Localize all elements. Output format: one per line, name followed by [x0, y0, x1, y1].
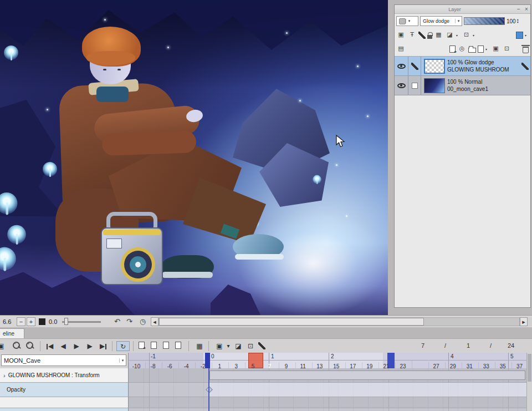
- track-label-next[interactable]: [0, 397, 129, 408]
- mask-enable-icon[interactable]: ◪: [445, 31, 454, 40]
- frame-cell[interactable]: 31: [462, 362, 477, 368]
- track-edit-icon[interactable]: ⊡: [245, 341, 256, 351]
- duplicate-layer-icon[interactable]: ▣: [491, 44, 500, 54]
- frame-cell[interactable]: 13: [312, 362, 327, 368]
- scroll-left-icon[interactable]: ◂: [151, 317, 158, 326]
- frame-ruler[interactable]: -1 0 1 2 4 5 -10 -8 -6 -4 -2 1 3 5 7 9 1…: [129, 353, 526, 368]
- specify-cel-icon[interactable]: [151, 342, 157, 349]
- track-area-transform[interactable]: [129, 368, 526, 383]
- layer-row-moon-cave[interactable]: 100 % Normal 00_moon_cave1: [395, 76, 530, 95]
- eye-icon[interactable]: [397, 64, 406, 69]
- undo-icon[interactable]: ↶: [114, 317, 120, 326]
- frame-cell[interactable]: 33: [478, 362, 493, 368]
- frame-cell[interactable]: 19: [362, 362, 377, 368]
- close-icon[interactable]: ×: [523, 6, 530, 12]
- scroll-right-icon[interactable]: ▸: [520, 317, 528, 326]
- go-to-end-button[interactable]: ▶: [98, 341, 109, 351]
- frame-cell[interactable]: 9: [279, 362, 294, 368]
- new-folder-icon[interactable]: [468, 48, 476, 53]
- frame-cell[interactable]: 29: [445, 362, 460, 368]
- merge-layer-icon[interactable]: ⊡: [502, 44, 511, 54]
- track-label-transform[interactable]: › GLOWING MUSHROOM : Transform: [0, 368, 129, 383]
- frame-cell[interactable]: -4: [178, 362, 193, 368]
- palette-combo[interactable]: ▾: [396, 16, 418, 26]
- frame-cell[interactable]: 15: [329, 362, 344, 368]
- delete-layer-icon[interactable]: [523, 47, 529, 53]
- batch-cel-icon[interactable]: [175, 342, 181, 349]
- editing-pencil-icon[interactable]: [411, 63, 418, 70]
- loop-play-button[interactable]: ↻: [116, 341, 130, 351]
- play-button[interactable]: ▶: [71, 341, 82, 351]
- draft-layer-icon[interactable]: [418, 32, 426, 39]
- spin-down-icon[interactable]: ▾: [517, 21, 519, 24]
- frame-cell[interactable]: 21: [378, 362, 393, 368]
- chevron-down-icon[interactable]: ▾: [525, 33, 529, 37]
- delete-cel-icon[interactable]: [163, 342, 169, 349]
- lock-transparent-icon[interactable]: ▦: [434, 31, 443, 40]
- timeline-zoom-in-icon[interactable]: +: [25, 341, 34, 350]
- new-vector-layer-icon[interactable]: ◎: [457, 44, 467, 54]
- frame-cell[interactable]: -8: [145, 362, 160, 368]
- chevron-down-icon[interactable]: ▾: [225, 341, 232, 351]
- cel-settings-icon[interactable]: ◪: [233, 341, 244, 351]
- frame-cell[interactable]: 5: [245, 362, 260, 368]
- scrollbar-thumb[interactable]: [159, 318, 424, 326]
- chevron-down-icon[interactable]: ▾: [485, 47, 489, 51]
- timeline-zoom-out-icon[interactable]: −: [12, 341, 21, 350]
- previous-frame-button[interactable]: ◀: [58, 341, 69, 351]
- layer-thumbnail[interactable]: [424, 78, 445, 93]
- layer-panel-titlebar[interactable]: Layer − ×: [395, 5, 530, 14]
- clip-at-layer-icon[interactable]: ▣: [396, 31, 406, 40]
- canvas-viewport[interactable]: [0, 0, 388, 315]
- frame-cell[interactable]: -6: [162, 362, 177, 368]
- frame-cell[interactable]: 3: [228, 362, 243, 368]
- fit-screen-button[interactable]: [39, 318, 45, 325]
- minimize-icon[interactable]: −: [515, 6, 523, 12]
- blend-mode-combo[interactable]: Glow dodge ▾: [420, 16, 462, 26]
- frame-cell[interactable]: 35: [495, 362, 510, 368]
- layer-list-menu-icon[interactable]: ▤: [396, 44, 406, 54]
- timeline-tab[interactable]: eline: [0, 328, 24, 338]
- track-area-next[interactable]: [129, 397, 526, 408]
- chevron-down-icon[interactable]: ▾: [473, 33, 477, 37]
- frame-cell[interactable]: 11: [295, 362, 310, 368]
- clip-duration-bar[interactable]: [209, 371, 525, 380]
- onion-skin-icon[interactable]: ▣: [214, 341, 225, 351]
- layer-thumbnail[interactable]: [424, 59, 445, 74]
- zoom-out-button[interactable]: −: [17, 317, 25, 326]
- timer-icon[interactable]: ◷: [140, 317, 146, 326]
- rotation-slider[interactable]: [62, 317, 101, 326]
- lightbox-icon[interactable]: ▦: [194, 341, 205, 351]
- current-frame-cell[interactable]: 7: [262, 362, 277, 368]
- clipped-tool-icon[interactable]: ▣: [0, 341, 7, 351]
- timeline-vertical-scrollbar[interactable]: [526, 353, 532, 411]
- frame-cell[interactable]: 1: [212, 362, 227, 368]
- new-raster-layer-icon[interactable]: +: [449, 45, 456, 53]
- eye-icon[interactable]: [397, 83, 406, 88]
- slider-thumb[interactable]: [64, 318, 68, 325]
- frame-cell[interactable]: 27: [428, 362, 443, 368]
- frame-cell[interactable]: [412, 360, 427, 368]
- scrollbar-thumb[interactable]: [528, 354, 531, 382]
- layer-checkbox[interactable]: [412, 83, 418, 89]
- horizontal-scrollbar[interactable]: [158, 317, 520, 326]
- pencil-tool-icon[interactable]: [258, 342, 265, 349]
- new-animation-cel-icon[interactable]: +: [139, 342, 145, 349]
- redo-icon[interactable]: ↷: [126, 317, 132, 326]
- opacity-spinner[interactable]: 100 ▴ ▾: [507, 18, 519, 24]
- frame-cell[interactable]: -2: [195, 362, 210, 368]
- go-to-start-button[interactable]: ◀: [44, 341, 55, 351]
- expand-chevron-icon[interactable]: ›: [3, 372, 6, 379]
- next-frame-button[interactable]: ▶: [84, 341, 95, 351]
- layer-color-swatch[interactable]: [516, 32, 523, 39]
- chevron-down-icon[interactable]: ▾: [456, 33, 460, 37]
- layer-row-glowing-mushroom[interactable]: 100 % Glow dodge GLOWING MUSHROOM: [395, 57, 530, 76]
- zoom-in-button[interactable]: +: [27, 317, 35, 326]
- frame-cell[interactable]: -10: [129, 362, 144, 368]
- opacity-gradient-bar[interactable]: [464, 17, 505, 25]
- clip-selector-combo[interactable]: MOON_Cave ▾: [1, 354, 126, 366]
- track-label-opacity[interactable]: Opacity: [0, 383, 129, 397]
- frame-cell[interactable]: 17: [345, 362, 360, 368]
- frame-cell[interactable]: 37: [511, 362, 526, 368]
- lock-layer-icon[interactable]: [427, 35, 432, 39]
